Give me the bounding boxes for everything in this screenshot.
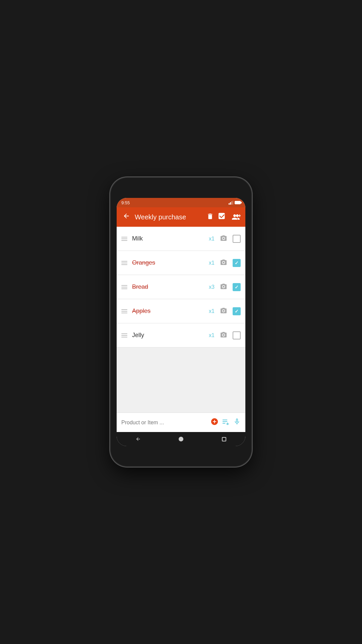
drag-handle[interactable] [121,309,127,313]
list-add-button[interactable] [222,418,230,427]
item-checkbox[interactable] [233,307,241,315]
list-item: Apples x1 [117,299,245,323]
svg-rect-1 [230,202,231,205]
drag-handle[interactable] [121,237,127,241]
camera-button[interactable] [220,331,227,339]
item-checkbox[interactable] [233,259,241,267]
svg-rect-2 [231,201,232,205]
camera-button[interactable] [220,307,227,315]
bottom-input-bar [117,413,245,432]
item-name: Oranges [132,259,205,266]
item-name: Bread [132,283,205,290]
status-bar: 9:55 [117,198,245,207]
item-checkbox[interactable] [233,283,241,291]
list-item: Bread x3 [117,275,245,299]
status-icons [229,201,241,205]
item-quantity: x1 [209,236,215,242]
battery-icon [235,201,241,204]
camera-button[interactable] [220,235,227,243]
list-item: Jelly x1 [117,323,245,347]
drag-handle[interactable] [121,261,127,265]
list-item: Oranges x1 [117,251,245,275]
app-title: Weekly purchase [135,213,203,221]
product-input[interactable] [121,420,207,426]
camera-button[interactable] [220,259,227,267]
item-checkbox[interactable] [233,235,241,243]
item-name: Jelly [132,332,205,339]
add-item-button[interactable] [210,418,219,428]
item-name: Apples [132,308,205,315]
signal-icon [229,201,233,205]
back-nav-button[interactable] [132,433,144,445]
home-nav-button[interactable] [175,433,187,445]
app-bar-icons [206,213,241,222]
item-quantity: x1 [209,332,215,338]
svg-rect-3 [233,201,233,205]
camera-button[interactable] [220,283,227,291]
shopping-list: Milk x1 Oranges x1 [117,227,245,413]
mic-button[interactable] [233,418,241,428]
item-quantity: x3 [209,284,215,290]
phone-screen: 9:55 Weekly purchase [117,198,245,446]
status-time: 9:55 [121,200,130,205]
delete-button[interactable] [206,213,214,222]
item-quantity: x1 [209,308,215,314]
phone-frame: 9:55 Weekly purchase [111,178,251,466]
navigation-bar [117,432,245,446]
item-name: Milk [132,235,205,242]
app-bar: Weekly purchase [117,207,245,227]
check-all-button[interactable] [219,213,227,222]
add-person-button[interactable] [232,213,241,221]
back-button[interactable] [121,211,131,223]
item-quantity: x1 [209,260,215,266]
item-checkbox[interactable] [233,331,241,339]
svg-rect-0 [229,203,230,205]
drag-handle[interactable] [121,285,127,289]
recents-nav-button[interactable] [218,433,230,445]
list-item: Milk x1 [117,227,245,251]
drag-handle[interactable] [121,333,127,337]
